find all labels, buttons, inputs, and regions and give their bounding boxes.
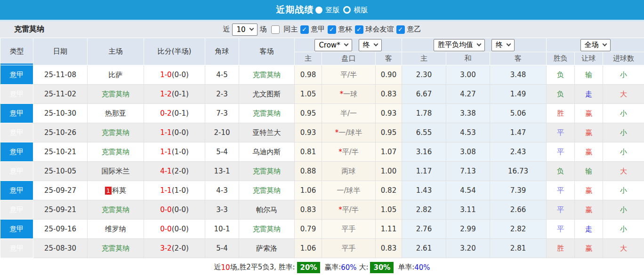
avg-draw-value: 3.00 xyxy=(460,71,475,79)
league-label: 意甲 xyxy=(10,109,24,118)
scope-select[interactable]: 全场 xyxy=(580,39,611,51)
league-checkbox-coppa-italia[interactable]: ✓ xyxy=(328,25,336,34)
result-cell: 平 xyxy=(547,200,575,220)
home-team-name[interactable]: 克雷莫纳 xyxy=(102,128,130,137)
handicap-result-label: 走 xyxy=(585,225,592,233)
matches-label: 场 xyxy=(260,25,267,34)
home-team-name[interactable]: 科莫 xyxy=(112,186,126,195)
home-team-name[interactable]: 热那亚 xyxy=(105,109,126,118)
vertical-layout-label[interactable]: 竖版 xyxy=(326,6,340,15)
corners-value: 2-10 xyxy=(214,128,230,137)
odds-source-value: Crow* xyxy=(319,41,340,49)
odds-home-cell: 1.05 xyxy=(295,85,322,104)
full-time-score: 4-1 xyxy=(160,167,172,175)
league-checkbox-club-friendly[interactable]: ✓ xyxy=(355,25,363,34)
score-cell: 0-0(0-0) xyxy=(144,200,205,220)
league-label-club-friendly: 球会友谊 xyxy=(366,25,394,34)
home-team-name[interactable]: 克雷莫纳 xyxy=(102,148,130,156)
league-cell: 意甲 xyxy=(0,220,33,239)
handicap-cell: *平/半 xyxy=(322,142,376,162)
away-team-name[interactable]: 尤文图斯 xyxy=(253,90,281,98)
subheader-avg-home: 主 xyxy=(402,52,446,65)
score-cell: 0-0(0-0) xyxy=(144,220,205,239)
avg-home-cell: 2.76 xyxy=(402,220,446,239)
home-team-name[interactable]: 克雷莫纳 xyxy=(102,244,130,252)
handicap-value: 平手 xyxy=(342,225,356,233)
same-home-checkbox[interactable] xyxy=(271,25,280,34)
avg-draw-cell: 7.13 xyxy=(446,162,490,181)
away-team-name[interactable]: 克雷莫纳 xyxy=(253,71,281,79)
table-row: 意甲25-09-21克雷莫纳0-0(0-0)3-3帕尔马0.83*平/半1.05… xyxy=(0,200,644,220)
away-team-name[interactable]: 帕尔马 xyxy=(256,205,277,214)
handicap-cell: 一/球半 xyxy=(322,181,376,200)
avg-time-select[interactable]: 终 xyxy=(491,39,515,51)
near-label: 近 xyxy=(223,25,230,34)
away-team-name[interactable]: 克雷莫纳 xyxy=(253,167,281,175)
scope-value: 全场 xyxy=(585,40,599,49)
avg-home-cell: 6.67 xyxy=(402,85,446,104)
away-team-name[interactable]: 克雷莫纳 xyxy=(253,186,281,195)
odds-home-cell: 0.95 xyxy=(295,104,322,123)
odds-away-value: 0.83 xyxy=(381,90,396,98)
title-bar: 近期战绩 竖版 横版 xyxy=(0,0,644,20)
goals-result-cell: 大 xyxy=(603,162,644,181)
score-cell: 0-2(0-1) xyxy=(144,104,205,123)
away-team-cell: 克雷莫纳 xyxy=(239,65,295,85)
odds-source-select[interactable]: Crow* xyxy=(314,39,352,51)
handicap-value: 平/半 xyxy=(340,71,357,79)
goals-result-label: 大 xyxy=(620,244,627,252)
vertical-layout-radio-selected[interactable] xyxy=(315,7,322,14)
table-row: 意甲25-10-21克雷莫纳1-1(1-0)5-4乌迪内斯0.81*平/半1.0… xyxy=(0,142,644,162)
summary-single-label: 单率: xyxy=(395,263,414,272)
home-team-name[interactable]: 比萨 xyxy=(109,71,123,79)
date-label: 25-10-26 xyxy=(44,128,76,137)
home-team-name[interactable]: 克雷莫纳 xyxy=(102,205,130,214)
handicap-result-cell: 赢 xyxy=(575,142,603,162)
league-cell: 意甲 xyxy=(0,181,33,200)
avg-draw-value: 4.54 xyxy=(460,186,475,195)
avg-home-value: 1.43 xyxy=(416,186,432,195)
home-team-name[interactable]: 国际米兰 xyxy=(102,167,130,175)
away-team-name[interactable]: 亚特兰大 xyxy=(253,128,281,137)
home-team-cell: 维罗纳 xyxy=(88,220,144,239)
horizontal-layout-label[interactable]: 横版 xyxy=(354,6,368,15)
handicap-result-label: 赢 xyxy=(585,186,592,195)
away-team-name[interactable]: 乌迪内斯 xyxy=(253,148,281,156)
odds-away-cell: 0.90 xyxy=(376,65,402,85)
odds-away-value: 0.90 xyxy=(381,71,396,79)
handicap-result-cell: 走 xyxy=(575,220,603,239)
avg-home-value: 6.55 xyxy=(416,128,432,137)
date-cell: 25-09-27 xyxy=(33,181,88,200)
date-cell: 25-11-08 xyxy=(33,65,88,85)
table-row: 意甲25-09-271科莫1-1(1-0)4-3克雷莫纳1.06一/球半0.82… xyxy=(0,181,644,200)
handicap-result-cell: 赢 xyxy=(575,181,603,200)
half-time-score: (0-0) xyxy=(172,205,189,214)
goals-result-cell: 小 xyxy=(603,220,644,239)
odds-time-select[interactable]: 终 xyxy=(359,39,382,51)
avg-source-select[interactable]: 胜平负均值 xyxy=(434,39,485,51)
chevron-down-icon xyxy=(249,26,254,31)
league-checkbox-serie-a[interactable]: ✓ xyxy=(300,25,309,34)
away-team-name[interactable]: 萨索洛 xyxy=(256,244,277,252)
avg-home-cell: 1.43 xyxy=(402,181,446,200)
filter-bar: 克雷莫纳 近 10 场 同主 ✓ 意甲 ✓ 意杯 ✓ 球会友谊 ✓ 意乙 xyxy=(0,20,644,38)
avg-home-value: 3.16 xyxy=(416,148,432,156)
odds-home-cell: 0.98 xyxy=(295,65,322,85)
away-team-name[interactable]: 克雷莫纳 xyxy=(253,109,281,118)
header-avg-group: 胜平负均值 终 xyxy=(402,38,547,52)
home-team-name[interactable]: 维罗纳 xyxy=(105,225,126,233)
handicap-cell: 平手 xyxy=(322,239,376,258)
horizontal-layout-radio[interactable] xyxy=(343,6,351,14)
avg-source-value: 胜平负均值 xyxy=(438,40,473,49)
away-team-name[interactable]: 克雷莫纳 xyxy=(253,225,281,233)
corners-value: 13-1 xyxy=(214,167,230,175)
full-time-score: 3-2 xyxy=(160,244,172,252)
header-odds-group: Crow* 终 xyxy=(295,38,402,52)
chevron-down-icon xyxy=(477,42,482,47)
match-count-select[interactable]: 10 xyxy=(232,24,257,36)
table-row: 意甲25-10-05国际米兰4-1(2-0)13-1克雷莫纳0.88两球1.00… xyxy=(0,162,644,181)
odds-home-value: 1.05 xyxy=(300,90,316,98)
handicap-value: 一/球半 xyxy=(337,186,360,195)
home-team-name[interactable]: 克雷莫纳 xyxy=(102,90,130,98)
league-checkbox-serie-b[interactable]: ✓ xyxy=(396,25,405,34)
